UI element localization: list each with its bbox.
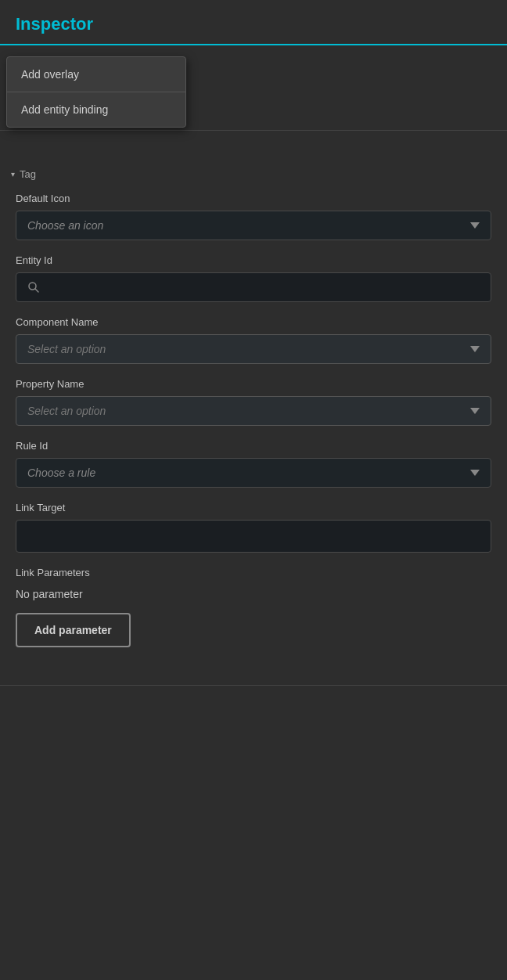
- component-name-placeholder: Select an option: [27, 343, 106, 355]
- component-name-label: Component Name: [16, 316, 491, 328]
- tag-chevron-icon: ▾: [11, 170, 15, 178]
- chevron-down-icon: [470, 222, 480, 229]
- default-icon-field: Default Icon Choose an icon: [16, 193, 491, 240]
- chevron-down-icon: [470, 408, 480, 414]
- link-target-label: Link Target: [16, 502, 491, 513]
- entity-id-field: Entity Id: [16, 254, 491, 302]
- property-name-placeholder: Select an option: [27, 405, 106, 417]
- page-title: Inspector: [16, 14, 93, 34]
- default-icon-placeholder: Choose an icon: [27, 219, 103, 232]
- svg-line-1: [35, 289, 38, 292]
- toolbar-row: + Add overlay Add entity binding: [0, 45, 507, 97]
- link-parameters-label: Link Parameters: [16, 567, 491, 578]
- link-target-input[interactable]: [16, 520, 491, 553]
- rule-id-field: Rule Id Choose a rule: [16, 440, 491, 488]
- entity-id-search-box[interactable]: [16, 272, 491, 302]
- property-name-label: Property Name: [16, 378, 491, 390]
- component-name-select[interactable]: Select an option: [16, 334, 491, 364]
- add-dropdown-menu: Add overlay Add entity binding: [6, 56, 186, 128]
- add-entity-binding-item[interactable]: Add entity binding: [7, 92, 185, 127]
- chevron-down-icon: [470, 346, 480, 352]
- form-section: Default Icon Choose an icon Entity Id Co…: [0, 185, 507, 669]
- entity-id-label: Entity Id: [16, 254, 491, 266]
- tag-section: ▾ Tag: [0, 162, 507, 185]
- default-icon-label: Default Icon: [16, 193, 491, 204]
- link-parameters-field: Link Parameters No parameter Add paramet…: [16, 567, 491, 647]
- default-icon-select[interactable]: Choose an icon: [16, 211, 491, 240]
- search-icon: [27, 281, 40, 294]
- no-parameter-text: No parameter: [16, 585, 491, 613]
- entity-id-input[interactable]: [48, 281, 480, 294]
- rule-id-placeholder: Choose a rule: [27, 467, 95, 479]
- property-name-select[interactable]: Select an option: [16, 396, 491, 426]
- add-overlay-item[interactable]: Add overlay: [7, 57, 185, 92]
- inspector-header: Inspector: [0, 0, 507, 45]
- tag-label: Tag: [20, 168, 36, 180]
- property-name-field: Property Name Select an option: [16, 378, 491, 426]
- component-name-field: Component Name Select an option: [16, 316, 491, 364]
- rule-id-label: Rule Id: [16, 440, 491, 452]
- add-parameter-button[interactable]: Add parameter: [16, 613, 131, 647]
- divider: [0, 130, 507, 131]
- bottom-divider: [0, 685, 507, 686]
- link-target-field: Link Target: [16, 502, 491, 553]
- rule-id-select[interactable]: Choose a rule: [16, 458, 491, 488]
- chevron-down-icon: [470, 470, 480, 476]
